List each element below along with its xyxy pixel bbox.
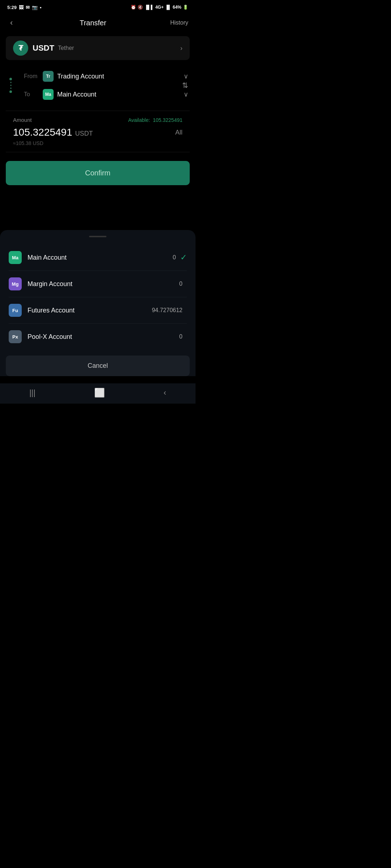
poolx-account-name: Pool-X Account	[28, 333, 179, 341]
email-icon: ✉	[26, 5, 30, 10]
poolx-account-badge: Px	[9, 330, 22, 343]
futures-account-balance: 94.7270612	[152, 307, 182, 314]
amount-section: Amount Available: 105.3225491 105.322549…	[6, 111, 190, 152]
transfer-route: From Tr Trading Account ∨ ⇅ To Ma Main A…	[0, 67, 196, 103]
coin-selector[interactable]: ₮ USDT Tether ›	[6, 36, 190, 60]
coin-name: USDT	[33, 43, 54, 53]
amount-label: Amount	[13, 117, 32, 123]
amount-input-area[interactable]: 105.3225491 USDT	[13, 127, 93, 138]
futures-account-name: Futures Account	[28, 307, 152, 314]
nav-back-icon[interactable]: ‹	[164, 388, 166, 397]
amount-usd: ≈105.38 USD	[13, 140, 182, 146]
drawer-handle	[89, 236, 106, 237]
amount-currency: USDT	[75, 130, 93, 137]
cancel-button[interactable]: Cancel	[6, 356, 190, 376]
account-list: Ma Main Account 0 ✓ Mg Margin Account 0 …	[0, 244, 196, 350]
from-account-name: Trading Account	[57, 73, 104, 80]
photo-icon: 🖼	[19, 5, 24, 10]
account-drawer: Ma Main Account 0 ✓ Mg Margin Account 0 …	[0, 230, 196, 376]
signal-icon: ▐▌▌	[144, 5, 154, 10]
main-account-check-icon: ✓	[180, 253, 187, 262]
status-bar: 5:29 🖼 ✉ 📷 • ⏰ 🔇 ▐▌▌ 4G+ ▐▌ 64% 🔋	[0, 0, 196, 13]
list-item-futures[interactable]: Fu Futures Account 94.7270612	[0, 297, 196, 323]
nav-menu-icon[interactable]: |||	[29, 388, 35, 397]
amount-header: Amount Available: 105.3225491	[13, 117, 182, 123]
amount-row: 105.3225491 USDT All	[13, 127, 182, 138]
main-account-name: Main Account	[28, 254, 173, 261]
page-title: Transfer	[80, 19, 106, 27]
confirm-button[interactable]: Confirm	[6, 161, 190, 185]
battery-label: 64%	[173, 5, 181, 10]
data-icon: 4G+	[155, 5, 164, 10]
status-left: 5:29 🖼 ✉ 📷 •	[7, 5, 42, 10]
spacer	[0, 194, 196, 208]
from-account-badge: Tr	[43, 71, 54, 82]
from-row[interactable]: From Tr Trading Account ∨	[7, 67, 188, 85]
header: ‹ Transfer History	[0, 13, 196, 35]
amount-value: 105.3225491	[13, 127, 72, 138]
dot-icon: •	[40, 5, 42, 10]
main-account-badge: Ma	[9, 251, 22, 264]
list-item-poolx[interactable]: Px Pool-X Account 0	[0, 324, 196, 350]
available-value: 105.3225491	[153, 117, 182, 123]
to-label: To	[24, 91, 43, 98]
main-account-balance: 0	[173, 254, 176, 261]
alarm-icon: ⏰	[131, 5, 136, 10]
coin-chevron-icon: ›	[180, 44, 182, 52]
to-account-name: Main Account	[57, 91, 96, 98]
margin-account-name: Margin Account	[28, 280, 179, 288]
history-button[interactable]: History	[170, 20, 188, 26]
status-right: ⏰ 🔇 ▐▌▌ 4G+ ▐▌ 64% 🔋	[131, 5, 188, 10]
list-item-main[interactable]: Ma Main Account 0 ✓	[0, 244, 196, 271]
battery-icon: 🔋	[183, 5, 188, 10]
coin-full-name: Tether	[58, 45, 74, 51]
mute-icon: 🔇	[138, 5, 143, 10]
nav-home-icon[interactable]: ⬜	[94, 388, 105, 398]
amount-available: Available: 105.3225491	[128, 117, 182, 123]
futures-account-badge: Fu	[9, 304, 22, 317]
margin-account-balance: 0	[179, 281, 182, 287]
poolx-account-balance: 0	[179, 333, 182, 340]
from-label: From	[24, 73, 43, 80]
list-item-margin[interactable]: Mg Margin Account 0	[0, 271, 196, 297]
coin-icon: ₮	[13, 41, 28, 56]
all-button[interactable]: All	[175, 129, 182, 136]
status-time: 5:29	[7, 5, 17, 10]
from-chevron-icon: ∨	[184, 72, 188, 80]
signal2-icon: ▐▌	[165, 5, 171, 10]
nav-bar: ||| ⬜ ‹	[0, 383, 196, 404]
margin-account-badge: Mg	[9, 277, 22, 290]
to-chevron-icon: ∨	[184, 90, 188, 98]
back-button[interactable]: ‹	[7, 17, 16, 29]
to-account-badge: Ma	[43, 89, 54, 100]
to-row[interactable]: To Ma Main Account ∨	[7, 85, 188, 103]
camera-icon: 📷	[32, 5, 38, 10]
